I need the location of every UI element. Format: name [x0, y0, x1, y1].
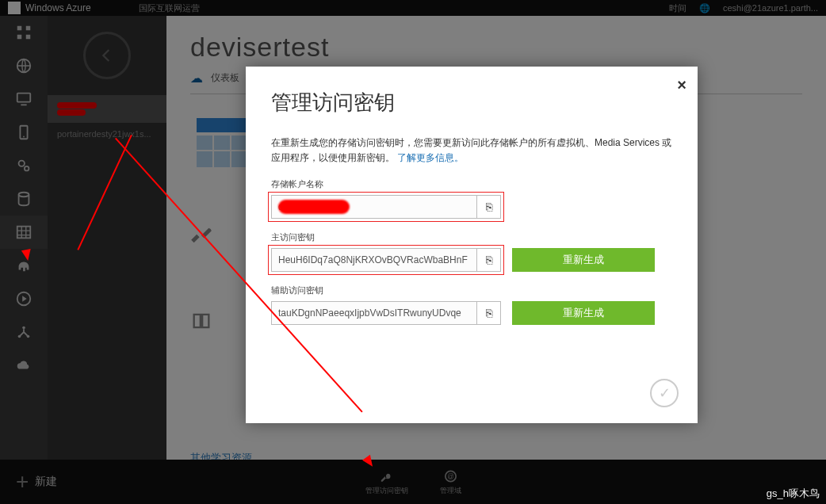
copy-primary-button[interactable]: ⎘ — [476, 248, 500, 272]
secondary-key-input[interactable] — [272, 302, 476, 324]
dialog-description-text: 在重新生成您的存储访问密钥时，您需要更新访问此存储帐户的所有虚拟机、Media … — [271, 137, 671, 163]
regenerate-secondary-button[interactable]: 重新生成 — [512, 301, 655, 325]
secondary-key-label: 辅助访问密钥 — [271, 284, 672, 296]
regenerate-primary-button[interactable]: 重新生成 — [512, 248, 655, 272]
learn-more-link[interactable]: 了解更多信息。 — [397, 152, 464, 163]
close-button[interactable]: × — [677, 76, 686, 94]
annotation-arrowhead-1 — [21, 249, 33, 262]
dialog-description: 在重新生成您的存储访问密钥时，您需要更新访问此存储帐户的所有虚拟机、Media … — [271, 136, 672, 166]
copy-secondary-button[interactable]: ⎘ — [476, 301, 500, 325]
manage-keys-dialog: × 管理访问密钥 在重新生成您的存储访问密钥时，您需要更新访问此存储帐户的所有虚… — [246, 67, 698, 423]
primary-key-field-wrap: ⎘ — [271, 248, 501, 272]
confirm-button[interactable]: ✓ — [650, 379, 679, 407]
copy-account-button[interactable]: ⎘ — [476, 195, 500, 219]
redacted-overlay — [278, 200, 350, 214]
account-name-field-wrap: ⎘ — [271, 195, 501, 219]
account-name-label: 存储帐户名称 — [271, 178, 672, 190]
secondary-key-field-wrap: ⎘ — [271, 301, 501, 325]
watermark: gs_h啄木鸟 — [767, 487, 820, 501]
dialog-title: 管理访问密钥 — [271, 89, 672, 116]
primary-key-label: 主访问密钥 — [271, 231, 672, 243]
primary-key-input[interactable] — [272, 249, 476, 271]
